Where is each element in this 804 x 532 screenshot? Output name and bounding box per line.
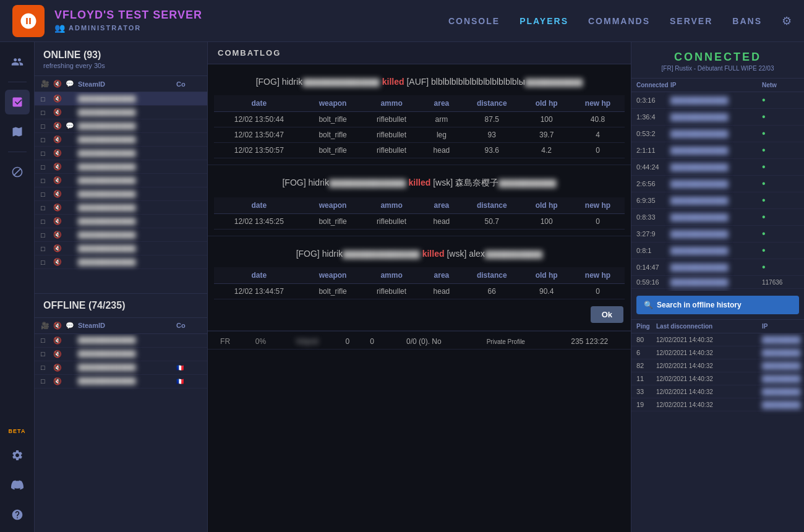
offline-right-player-row[interactable]: 82 12/02/2021 14:40:32 ████████ (631, 359, 804, 372)
player-row[interactable]: □🔇 ████████████ (35, 242, 207, 255)
player-row[interactable]: □🔇 ████████████ (35, 187, 207, 201)
offline-right-player-row[interactable]: 11 12/02/2021 14:40:32 ████████ (631, 372, 804, 385)
col-mute2: 🔇 (53, 322, 66, 330)
right-player-row[interactable]: 0:59:16 ████████████ 117636 (631, 276, 804, 289)
col-chat: 💬 (66, 80, 78, 88)
sidebar-icon-help[interactable] (5, 502, 30, 527)
kill-table-1: date weapon ammo area distance old hp ne… (214, 95, 625, 158)
right-player-row[interactable]: 0:8:33 ████████████ • (631, 209, 804, 226)
ping-val: 80 (636, 336, 656, 343)
app-logo (12, 5, 45, 37)
nav-commands[interactable]: COMMANDS (588, 16, 650, 26)
player-row[interactable]: □🔇 ████████████ (35, 133, 207, 147)
player-row[interactable]: □🔇 ████████████ (35, 215, 207, 228)
right-player-row[interactable]: 0:14:47 ████████████ • (631, 259, 804, 276)
rth-netw: Netw (762, 82, 799, 88)
right-player-row[interactable]: 3:27:9 ████████████ • (631, 226, 804, 242)
right-player-row[interactable]: 0:44:24 ████████████ • (631, 159, 804, 176)
td-distance: 87.5 (461, 112, 522, 127)
td-oldhp: 100 (522, 112, 571, 127)
col-steamid: SteamID (78, 80, 176, 88)
killed-word-2: killed (409, 178, 434, 187)
player-name: ████████████ (78, 337, 176, 344)
player-row[interactable]: □ 🔇 ████████████ (35, 92, 207, 106)
kill-row: 12/02 13:50:44 bolt_rifle riflebullet ar… (214, 112, 625, 127)
offline-right-player-row[interactable]: 6 12/02/2021 14:40:32 ████████ (631, 346, 804, 359)
right-player-row[interactable]: 1:55:49 ████████████ • (631, 289, 804, 291)
nav-server[interactable]: SERVER (670, 16, 712, 26)
player-name: ████████████ (78, 122, 176, 130)
role-icon: 👥 (54, 23, 65, 33)
sidebar-icon-ban[interactable] (5, 160, 30, 184)
sidebar-icon-map[interactable] (5, 119, 30, 144)
online-subtitle: refreshing every 30s (43, 62, 199, 69)
share-icon[interactable]: ⚙ (782, 14, 792, 28)
sidebar-icon-settings[interactable] (5, 443, 30, 468)
offline-player-row[interactable]: □🔇 ████████████ 🇫🇷 (35, 361, 207, 375)
right-player-list: 0:3:16 ████████████ • 1:36:4 ███████████… (631, 92, 804, 291)
player-row[interactable]: □🔇 ████████████ (35, 106, 207, 119)
victim-1: [AUF] blblblblblblblblblblblblblы███████… (406, 77, 583, 87)
online-table-header: 🎥 🔇 💬 SteamID Co (35, 75, 207, 92)
kill-block-3: [FOG] hidrik████████████████ killed [wsk… (208, 236, 631, 331)
right-player-row[interactable]: 0:8:1 ████████████ • (631, 242, 804, 259)
netw-value: 117636 (762, 279, 799, 286)
sidebar-divider-1 (8, 82, 27, 82)
right-player-row[interactable]: 0:53:2 ████████████ • (631, 126, 804, 142)
offline-player-row[interactable]: □🔇 ████████████ (35, 334, 207, 348)
th-oldhp: old hp (522, 95, 571, 112)
search-offline-label: Search in offline history (657, 301, 742, 309)
col-cam2: 🎥 (41, 322, 53, 330)
nav-console[interactable]: CONSOLE (448, 16, 500, 26)
player-name: ████████████ (78, 364, 176, 371)
player-name: ████████████ (78, 177, 176, 184)
th-newhp: new hp (571, 95, 625, 112)
right-player-row[interactable]: 2:6:56 ████████████ • (631, 176, 804, 192)
right-player-row[interactable]: 1:36:4 ████████████ • (631, 109, 804, 126)
right-player-row[interactable]: 2:1:11 ████████████ • (631, 142, 804, 159)
beta-label: BETA (9, 428, 26, 434)
player-row[interactable]: □🔇 ████████████ (35, 228, 207, 242)
attacker-1: [FOG] hidrik████████████████ (256, 77, 380, 87)
nav-players[interactable]: PLAYERS (520, 16, 568, 26)
offline-right-player-row[interactable]: 80 12/02/2021 14:40:32 ████████ (631, 333, 804, 346)
right-player-row[interactable]: 6:9:35 ████████████ • (631, 192, 804, 209)
offline-player-row[interactable]: □🔇 ████████████ (35, 348, 207, 361)
player-row[interactable]: □🔇💬 ████████████ (35, 119, 207, 133)
player-row[interactable]: □🔇 ████████████ (35, 201, 207, 215)
th-date: date (214, 95, 304, 112)
ip-val: ████████ (762, 336, 799, 343)
col-cam: 🎥 (41, 80, 53, 88)
player-ip: ████████████ (670, 97, 762, 104)
offline-table-header-cols: 🎥 🔇 💬 SteamID Co (35, 317, 207, 334)
offline-right-table-header: Ping Last disconnection IP (631, 319, 804, 333)
player-row[interactable]: □🔇 ████████████ (35, 147, 207, 160)
th-distance: distance (461, 95, 522, 112)
offline-right-player-row[interactable]: 33 12/02/2021 14:40:32 ████████ (631, 385, 804, 398)
nav-bans[interactable]: BANS (732, 16, 762, 26)
col-co2: Co (176, 322, 201, 329)
player-name: ████████████ (78, 245, 176, 252)
player-row[interactable]: □🔇 ████████████ (35, 174, 207, 187)
col-mute-val: 🔇 (53, 95, 66, 103)
search-offline-button[interactable]: 🔍 Search in offline history (636, 296, 799, 314)
player-row[interactable]: □🔇 ████████████ (35, 255, 207, 269)
offline-right-player-row[interactable]: 19 12/02/2021 14:40:32 ████████ (631, 398, 804, 411)
killed-word-3: killed (422, 249, 447, 259)
connected-label: CONNECTED (638, 51, 798, 64)
sidebar-icon-players[interactable] (5, 49, 30, 74)
sidebar-icon-combat[interactable] (5, 90, 30, 114)
rth-ip: IP (670, 82, 762, 88)
sidebar-icon-discord[interactable] (5, 473, 30, 497)
ok-button[interactable]: Ok (591, 306, 623, 323)
right-player-row[interactable]: 0:3:16 ████████████ • (631, 92, 804, 109)
player-panel: ONLINE (93) refreshing every 30s 🎥 🔇 💬 S… (35, 42, 208, 532)
server-role: 👥 ADMINISTRATOR (54, 23, 448, 33)
oth-lastdc: Last disconnection (656, 323, 762, 330)
offline-player-row[interactable]: □🔇 ████████████ 🇫🇷 (35, 375, 207, 388)
kill-block-2: [FOG] hidrik████████████████ killed [wsk… (208, 165, 631, 236)
victim-3: [wsk] alex████████████ (447, 249, 542, 259)
player-name: ████████████ (78, 109, 176, 116)
killed-word-1: killed (382, 77, 407, 87)
player-row[interactable]: □🔇 ████████████ (35, 160, 207, 174)
